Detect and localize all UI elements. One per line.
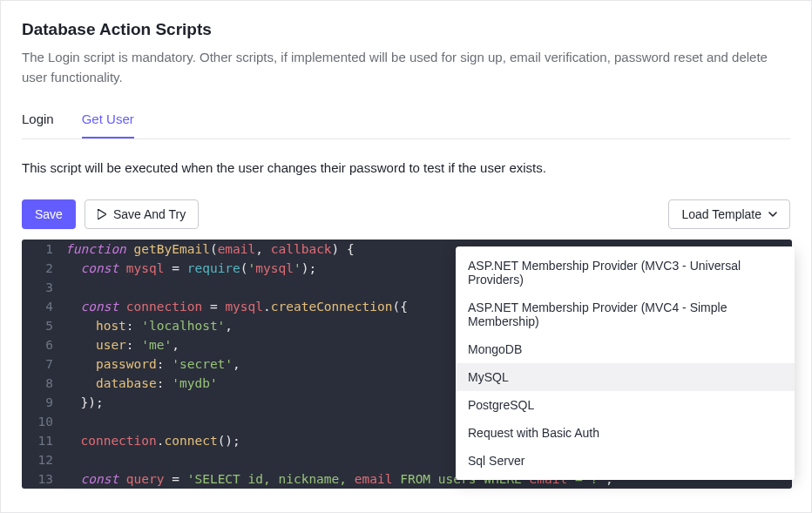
line-number: 6 — [22, 335, 65, 354]
line-number: 8 — [22, 374, 65, 393]
line-number: 12 — [22, 450, 65, 469]
save-and-try-button[interactable]: Save And Try — [85, 199, 199, 229]
toolbar: Save Save And Try Load Template — [22, 199, 790, 229]
chevron-down-icon — [768, 210, 777, 219]
line-number: 2 — [22, 259, 65, 278]
save-button[interactable]: Save — [22, 199, 76, 229]
save-and-try-label: Save And Try — [113, 207, 186, 221]
tab-get-user[interactable]: Get User — [82, 111, 134, 138]
template-menu-item[interactable]: MySQL — [456, 363, 795, 391]
page-title: Database Action Scripts — [22, 20, 790, 39]
play-icon — [98, 209, 106, 219]
tab-login[interactable]: Login — [22, 111, 54, 138]
line-number: 10 — [22, 412, 65, 431]
load-template-menu: ASP.NET Membership Provider (MVC3 - Univ… — [456, 246, 795, 480]
tab-bar: Login Get User — [22, 111, 790, 139]
line-number: 1 — [22, 240, 65, 259]
template-menu-item[interactable]: ASP.NET Membership Provider (MVC3 - Univ… — [456, 252, 795, 294]
line-number: 13 — [22, 469, 65, 489]
line-number: 7 — [22, 354, 65, 374]
line-number: 11 — [22, 431, 65, 450]
line-number: 5 — [22, 316, 65, 335]
line-number: 4 — [22, 297, 65, 316]
line-number: 9 — [22, 393, 65, 412]
load-template-button[interactable]: Load Template — [668, 199, 790, 229]
template-menu-item[interactable]: MongoDB — [456, 335, 795, 363]
line-number: 3 — [22, 278, 65, 297]
page-description: The Login script is mandatory. Other scr… — [22, 48, 790, 87]
template-menu-item[interactable]: Request with Basic Auth — [456, 419, 795, 447]
template-menu-item[interactable]: PostgreSQL — [456, 391, 795, 419]
script-description: This script will be executed when the us… — [22, 160, 790, 175]
load-template-label: Load Template — [681, 207, 761, 221]
template-menu-item[interactable]: Sql Server — [456, 447, 795, 475]
template-menu-item[interactable]: ASP.NET Membership Provider (MVC4 - Simp… — [456, 294, 795, 335]
